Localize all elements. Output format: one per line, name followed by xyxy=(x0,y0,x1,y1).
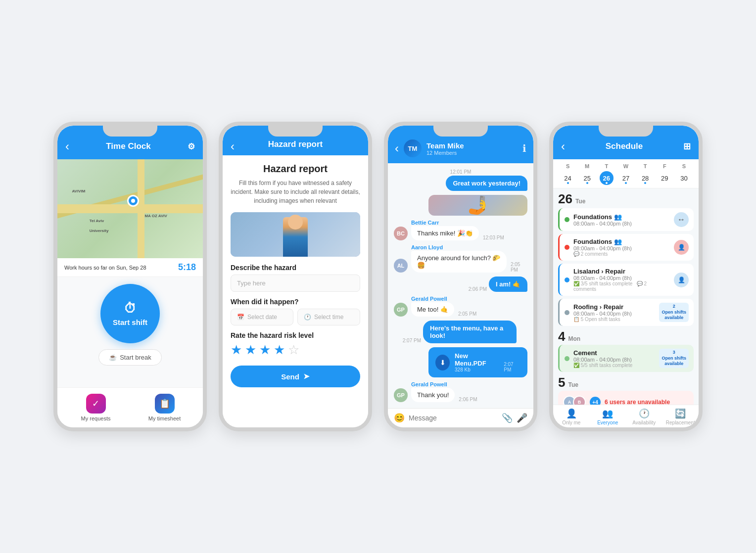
my-requests-nav-item[interactable]: ✓ My requests xyxy=(65,394,126,421)
date-29[interactable]: 29 xyxy=(658,171,671,185)
start-shift-label: Start shift xyxy=(113,318,147,326)
calendar-icon: 📅 xyxy=(237,314,244,321)
lisaland-tasks: ✅ 3/5 shift tasks complete 💬 2 comments xyxy=(573,281,670,292)
pdf-size: 328 Kb xyxy=(455,367,497,372)
aaron-name: Aaron Lloyd xyxy=(411,244,527,250)
star-4[interactable]: ★ xyxy=(274,342,285,358)
date-28[interactable]: 28 xyxy=(638,171,652,185)
date-24[interactable]: 24 xyxy=(561,171,575,185)
timeclock-hours-value: 5:18 xyxy=(178,262,196,273)
schedule-back-icon[interactable]: ‹ xyxy=(561,139,565,153)
msg-row-bettie: BC Bettie Carr Thanks mike! 🎉👏 12:03 PM xyxy=(394,220,527,240)
date-picker[interactable]: 📅 Select date xyxy=(231,309,293,325)
blue-dot-1 xyxy=(565,277,569,282)
dow-s2: S xyxy=(677,163,691,169)
foundations-2-comments: 💬 2 comments xyxy=(573,251,670,257)
roofing-title: Roofing › Repair xyxy=(573,303,655,311)
foundations-1-title: Foundations 👥 xyxy=(573,213,670,221)
timeclock-title: Time Clock xyxy=(106,141,150,151)
microphone-icon[interactable]: 🎤 xyxy=(517,413,527,423)
gerald-name-2: Gerald Powell xyxy=(411,381,477,387)
dow-s1: S xyxy=(561,163,575,169)
date-27[interactable]: 27 xyxy=(619,171,633,185)
phone-notch-3 xyxy=(433,126,488,137)
star-1[interactable]: ★ xyxy=(231,342,242,358)
iam-bubble: I am! 🤙 xyxy=(489,276,527,292)
chat-input-bar: 😊 📎 🎤 xyxy=(388,408,533,427)
emoji-icon[interactable]: 😊 xyxy=(394,413,405,423)
date-26-today[interactable]: 26 xyxy=(600,171,614,185)
pdf-message: ⬇ New Menu.PDF 328 Kb 2:07 PM xyxy=(428,347,527,377)
date-30[interactable]: 30 xyxy=(677,171,691,185)
attachment-icon[interactable]: 📎 xyxy=(502,413,513,423)
map-user-pin xyxy=(127,195,139,207)
star-rating[interactable]: ★ ★ ★ ★ ☆ xyxy=(231,342,360,358)
timeclock-back-icon[interactable]: ‹ xyxy=(65,139,69,153)
schedule-menu-icon[interactable]: ⊞ xyxy=(683,141,691,152)
lisaland-shift[interactable]: Lisaland › Repair 08:00am - 04:00pm (8h)… xyxy=(558,264,694,296)
msg-time-1: 12:01 PM xyxy=(450,169,472,175)
describe-hazard-input[interactable]: Type here xyxy=(231,275,360,292)
pdf-time: 2:07 PM xyxy=(504,362,520,372)
gerald-message-2: Gerald Powell Thank you! 2:06 PM xyxy=(411,381,477,402)
my-timesheet-nav-item[interactable]: 📋 My timesheet xyxy=(134,394,195,421)
date-25[interactable]: 25 xyxy=(580,171,594,185)
pdf-name: New Menu.PDF xyxy=(455,352,497,367)
start-break-button[interactable]: ☕ Start break xyxy=(98,349,162,366)
gerald-avatar-1: GP xyxy=(394,303,408,317)
send-arrow-icon: ➤ xyxy=(303,372,310,381)
foundations-shift-1[interactable]: Foundations 👥 08:00am - 04:00pm (8h) ↔ xyxy=(558,208,694,231)
cement-title: Cement xyxy=(573,349,655,357)
phone-hazard: ‹ Hazard report Hazard report Fill this … xyxy=(219,122,372,431)
time-picker[interactable]: 🕐 Select time xyxy=(297,309,360,325)
gerald-message-1: Gerald Powell Me too! 🤙 2:05 PM xyxy=(411,296,476,317)
info-icon[interactable]: ℹ xyxy=(522,142,526,154)
lisaland-avatar: 👤 xyxy=(674,273,689,287)
tab-everyone[interactable]: 👥 Everyone xyxy=(590,408,626,425)
phone-notch-2 xyxy=(268,126,323,137)
message-input[interactable] xyxy=(409,414,498,422)
foundations-shift-2[interactable]: Foundations 👥 08:00am - 04:00pm (8h) 💬 2… xyxy=(558,234,694,261)
team-members: 12 Members xyxy=(426,150,518,156)
cement-dot xyxy=(565,356,569,361)
star-2[interactable]: ★ xyxy=(245,342,256,358)
schedule-calendar: S M T W T F S 24 25 26 27 28 29 30 xyxy=(553,159,699,188)
phone-chat: ‹ TM Team Mike 12 Members ℹ 12:01 PM Gre… xyxy=(384,122,537,431)
describe-hazard-label: Describe the hazard xyxy=(231,264,360,272)
lisaland-info: Lisaland › Repair 08:00am - 04:00pm (8h)… xyxy=(573,268,670,292)
chat-back-icon[interactable]: ‹ xyxy=(395,141,399,155)
phone-timeclock: ‹ Time Clock ⚙ AVIVIM MA OZ AVIV Tel Avi… xyxy=(53,122,207,431)
aaron-message: Aaron Lloyd Anyone around for lunch? 🌮🍔 … xyxy=(411,244,527,273)
stopwatch-icon: ⏱ xyxy=(124,301,137,316)
group-photo: 🤳 xyxy=(428,195,527,216)
only-me-icon: 👤 xyxy=(566,408,577,419)
roofing-shift[interactable]: Roofing › Repair 08:00am - 04:00pm (8h) … xyxy=(558,299,694,326)
start-shift-button[interactable]: ⏱ Start shift xyxy=(100,284,160,343)
map-label-university: Tel Aviv xyxy=(90,219,104,223)
dow-t2: T xyxy=(638,163,652,169)
team-avatar: TM xyxy=(404,139,422,157)
timeclock-map: AVIVIM MA OZ AVIV Tel Aviv University xyxy=(57,159,203,258)
tab-only-me[interactable]: 👤 Only me xyxy=(553,408,590,425)
lisaland-time: 08:00am - 04:00pm (8h) xyxy=(573,275,670,281)
dates-row: 24 25 26 27 28 29 30 xyxy=(558,171,694,185)
start-break-label: Start break xyxy=(120,354,151,361)
foundations-2-time: 08:00am - 04:00pm (8h) xyxy=(573,245,670,251)
cement-shift[interactable]: Cement 08:00am - 04:00pm (8h) ✅ 5/5 shif… xyxy=(558,345,694,372)
only-me-label: Only me xyxy=(562,420,580,425)
timesheet-icon: 📋 xyxy=(155,394,175,414)
msg-row-gerald1: GP Gerald Powell Me too! 🤙 2:05 PM xyxy=(394,296,527,317)
tab-replacement[interactable]: 🔄 Replacement xyxy=(662,408,699,425)
foundations-2-title: Foundations 👥 xyxy=(573,238,670,245)
hazard-back-icon[interactable]: ‹ xyxy=(231,139,235,153)
send-button[interactable]: Send ➤ xyxy=(231,366,360,387)
timeclock-settings-icon[interactable]: ⚙ xyxy=(188,141,195,152)
day-4-name: Mon xyxy=(568,335,580,342)
tab-availability[interactable]: 🕐 Availability xyxy=(626,408,662,425)
chat-messages: 12:01 PM Great work yesterday! 🤳 BC Bett… xyxy=(388,163,533,408)
star-5[interactable]: ☆ xyxy=(288,342,299,358)
everyone-icon: 👥 xyxy=(602,408,613,419)
requests-icon: ✓ xyxy=(86,394,106,414)
star-3[interactable]: ★ xyxy=(259,342,271,358)
unavailability-card[interactable]: A B +4 6 users are unavailable xyxy=(558,391,694,405)
